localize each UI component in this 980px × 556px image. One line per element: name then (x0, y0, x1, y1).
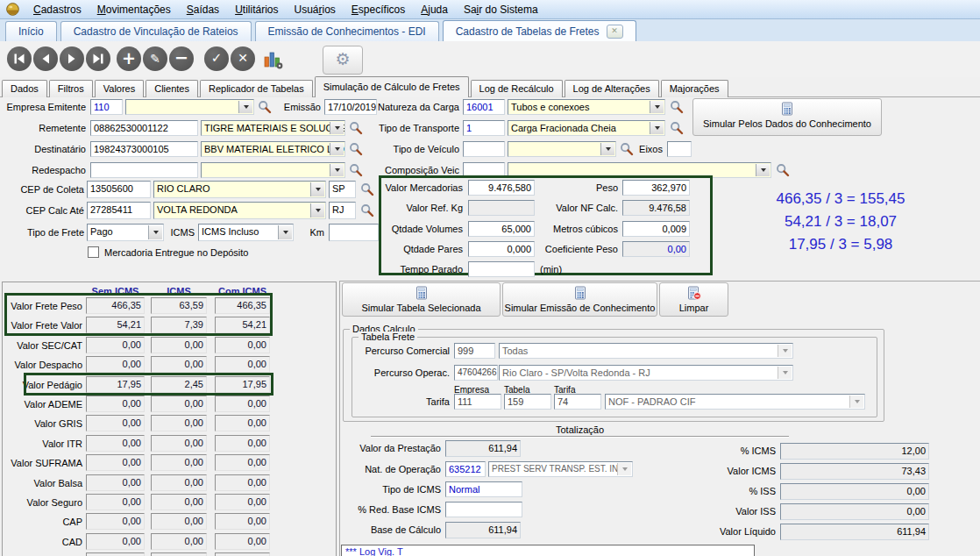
tipo-veiculo-code-input[interactable] (463, 141, 505, 157)
freight-cell[interactable]: 0,00 (86, 396, 145, 412)
chevron-down-icon[interactable] (756, 164, 770, 176)
redespacho-code-input[interactable] (90, 162, 198, 178)
search-icon[interactable] (670, 121, 685, 136)
chevron-down-icon[interactable] (330, 122, 344, 134)
previous-record-button[interactable] (33, 46, 58, 71)
tempo-parado-input[interactable] (468, 261, 535, 277)
menu-item-cadastros[interactable]: Cadastros (25, 4, 89, 16)
remove-button[interactable]: − (169, 46, 194, 71)
next-record-button[interactable] (60, 46, 84, 71)
freight-cell[interactable]: 0,00 (215, 356, 270, 373)
chart-icon[interactable] (262, 48, 284, 72)
search-icon[interactable] (258, 100, 273, 115)
chevron-down-icon[interactable] (278, 225, 292, 239)
subtab-valores[interactable]: Valores (95, 80, 144, 97)
freight-cell[interactable]: 0,00 (151, 356, 207, 373)
menu-item-utilitarios[interactable]: Utilitários (227, 4, 286, 16)
cancel-button[interactable]: ✕ (231, 46, 255, 71)
nat-operacao-code-field[interactable]: 635212 (445, 461, 486, 477)
empresa-emitente-combo[interactable] (125, 99, 254, 115)
redespacho-combo[interactable] (201, 162, 345, 178)
limpar-button[interactable]: Limpar (659, 282, 728, 317)
freight-cell[interactable]: 0,00 (215, 415, 270, 431)
icms-combo[interactable]: ICMS Incluso (198, 224, 294, 241)
chevron-down-icon[interactable] (650, 122, 664, 134)
search-icon[interactable] (670, 100, 685, 115)
tab-emissao-conhecimentos-edi[interactable]: Emissão de Conhecimentos - EDI (255, 21, 439, 41)
add-button[interactable]: + (117, 46, 141, 71)
freight-cell[interactable]: 17,95 (215, 376, 270, 393)
chevron-down-icon[interactable] (330, 164, 344, 176)
tipo-transporte-combo[interactable]: Carga Fracionada Cheia (508, 120, 665, 136)
freight-cell[interactable]: 0,00 (215, 396, 270, 412)
subtab-log-recalculo[interactable]: Log de Recálculo (471, 80, 563, 97)
first-record-button[interactable] (7, 46, 32, 71)
destinatario-code-input[interactable]: 19824373000105 (90, 141, 198, 157)
freight-cell[interactable]: 0,00 (215, 474, 270, 491)
chevron-down-icon[interactable] (650, 101, 664, 113)
freight-cell[interactable]: 0,00 (151, 494, 207, 510)
destinatario-combo[interactable]: BBV MATERIAL ELETRICO LTDA ME (201, 141, 345, 157)
freight-cell[interactable]: 0,00 (215, 533, 270, 550)
chevron-down-icon[interactable] (310, 182, 324, 196)
menu-item-ajuda[interactable]: Ajuda (413, 4, 456, 16)
subtab-clientes[interactable]: Clientes (146, 80, 198, 97)
peso-input[interactable]: 362,970 (622, 180, 690, 196)
eixos-input[interactable] (667, 141, 692, 157)
last-record-button[interactable] (86, 46, 110, 71)
subtab-simulacao-calculo-fretes[interactable]: Simulação de Cálculo de Fretes (315, 76, 469, 97)
cep-calc-ate-city-combo[interactable]: VOLTA REDONDA (153, 202, 326, 219)
menu-item-saidas[interactable]: Saídas (179, 4, 227, 16)
metros-cubicos-input[interactable]: 0,009 (622, 221, 690, 237)
subtab-dados[interactable]: Dados (2, 80, 47, 97)
chevron-down-icon[interactable] (148, 225, 162, 239)
simular-dados-conhecimento-button[interactable]: Simular Pelos Dados do Conhecimento (692, 98, 882, 136)
tipo-frete-combo[interactable]: Pago (87, 224, 164, 241)
freight-cell[interactable]: 0,00 (86, 415, 145, 431)
freight-cell[interactable]: 0,00 (215, 513, 270, 530)
subtab-replicador-tabelas[interactable]: Replicador de Tabelas (200, 80, 313, 97)
freight-cell[interactable]: 0,00 (151, 337, 207, 353)
chevron-down-icon[interactable] (238, 101, 252, 113)
remetente-code-input[interactable]: 08862530001122 (90, 120, 198, 136)
search-icon[interactable] (776, 163, 791, 178)
tab-cadastro-vinculacao-rateios[interactable]: Cadastro de Vinculação de Rateios (60, 21, 252, 41)
freight-cell[interactable]: 0,00 (151, 474, 207, 491)
simular-emissao-button[interactable]: Simular Emissão de Conhecimento (502, 282, 657, 317)
freight-cell[interactable]: 0,00 (151, 513, 207, 530)
menu-item-movimentacoes[interactable]: Movimentações (89, 4, 179, 16)
entregue-deposito-checkbox[interactable] (88, 246, 99, 258)
freight-cell[interactable]: 17,95 (86, 376, 145, 393)
freight-cell[interactable]: 0,00 (215, 435, 270, 452)
freight-cell[interactable]: 0,00 (151, 533, 207, 550)
subtab-majoracoes[interactable]: Majorações (661, 80, 728, 97)
search-icon[interactable] (360, 182, 375, 197)
freight-cell[interactable]: 0,00 (86, 533, 145, 550)
tipo-veiculo-combo[interactable] (508, 141, 616, 157)
freight-cell[interactable]: 63,59 (151, 297, 207, 314)
cep-calc-ate-uf-input[interactable]: RJ (329, 202, 356, 219)
freight-cell[interactable]: 54,21 (215, 317, 270, 333)
freight-cell[interactable]: 54,21 (86, 317, 145, 333)
subtab-filtros[interactable]: Filtros (49, 80, 93, 97)
freight-cell[interactable]: 0,00 (151, 454, 207, 471)
freight-cell[interactable]: 466,35 (215, 297, 270, 314)
simular-tabela-button[interactable]: Simular Tabela Selecionada (342, 282, 501, 317)
chevron-down-icon[interactable] (600, 143, 614, 155)
freight-cell[interactable]: 7,39 (151, 317, 207, 333)
menu-item-usuarios[interactable]: Usuários (286, 4, 343, 16)
remetente-combo[interactable]: TIGRE MATERIAIS E SOLUCOES PAR (201, 120, 345, 136)
freight-cell[interactable]: 0,00 (86, 552, 145, 556)
freight-cell[interactable]: 0,00 (151, 552, 207, 556)
tab-inicio[interactable]: Início (5, 21, 57, 41)
freight-cell[interactable]: 0,00 (86, 337, 145, 353)
freight-cell[interactable]: 0,00 (151, 396, 207, 412)
tab-close-icon[interactable]: ✕ (607, 25, 623, 39)
freight-cell[interactable]: 0,00 (151, 415, 207, 431)
edit-button[interactable]: ✎ (143, 46, 167, 71)
empresa-emitente-code-input[interactable]: 110 (90, 99, 123, 115)
menu-item-sair-do-sistema[interactable]: Sair do Sistema (456, 4, 546, 16)
cep-calc-ate-input[interactable]: 27285411 (87, 202, 151, 219)
freight-cell[interactable]: 466,35 (86, 297, 145, 314)
tipo-transporte-code-input[interactable]: 1 (463, 120, 505, 136)
